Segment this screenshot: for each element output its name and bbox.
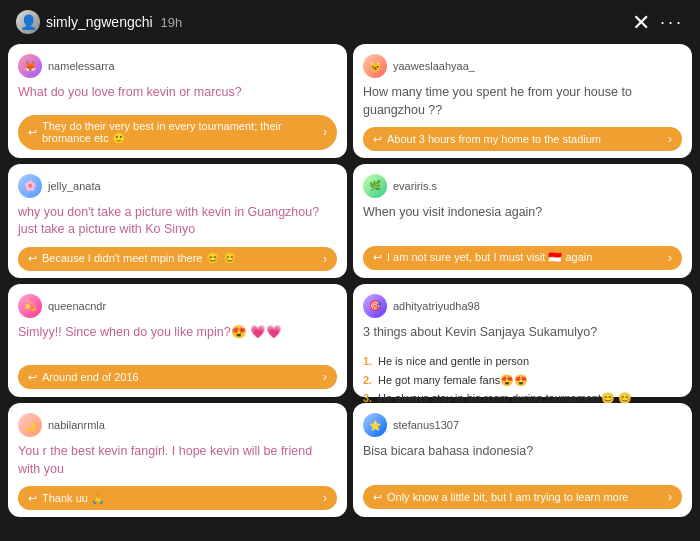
card-question-card4: When you visit indonesia again?	[363, 204, 682, 222]
card-avatar-card7: 🌙	[18, 413, 42, 437]
chevron-right-icon-card3: ›	[323, 252, 327, 266]
card-answer-card5[interactable]: ↩Around end of 2016›	[18, 365, 337, 389]
card-answer-card7[interactable]: ↩Thank uu 🙏›	[18, 486, 337, 510]
card-question-card6: 3 things about Kevin Sanjaya Sukamulyo?	[363, 324, 682, 342]
answer-text-card8: Only know a little bit, but I am trying …	[387, 491, 629, 503]
story-header: 👤 simly_ngwengchi 19h ✕ ···	[0, 0, 700, 44]
card-question-card7: You r the best kevin fangirl. I hope kev…	[18, 443, 337, 478]
list-item-card6-1: 2.He got many female fans😍😍	[363, 372, 682, 389]
card-header-card4: 🌿evariris.s	[363, 174, 682, 198]
qa-card-card4: 🌿evariris.sWhen you visit indonesia agai…	[353, 164, 692, 278]
qa-card-card7: 🌙nabilanrmlaYou r the best kevin fangirl…	[8, 403, 347, 517]
chevron-right-icon-card4: ›	[668, 251, 672, 265]
qa-grid: 🦊namelessarraWhat do you love from kevin…	[0, 44, 700, 525]
card-answer-card4[interactable]: ↩I am not sure yet, but I must visit 🇮🇩 …	[363, 246, 682, 270]
header-username: simly_ngwengchi	[46, 14, 153, 30]
more-options-icon[interactable]: ···	[660, 12, 684, 33]
qa-card-card5: 💫queenacndrSimlyy!! Since when do you li…	[8, 284, 347, 398]
card-username-card4: evariris.s	[393, 180, 437, 192]
answer-text-card7: Thank uu 🙏	[42, 492, 105, 505]
card-username-card1: namelessarra	[48, 60, 115, 72]
card-list-answer-card6: 1.He is nice and gentle in person2.He go…	[363, 353, 682, 409]
card-avatar-card3: 🌸	[18, 174, 42, 198]
reply-icon-card1: ↩	[28, 126, 37, 139]
chevron-right-icon-card1: ›	[323, 125, 327, 139]
card-username-card7: nabilanrmla	[48, 419, 105, 431]
card-avatar-card5: 💫	[18, 294, 42, 318]
card-avatar-card1: 🦊	[18, 54, 42, 78]
card-avatar-card2: 🐱	[363, 54, 387, 78]
reply-icon-card5: ↩	[28, 371, 37, 384]
reply-icon-card8: ↩	[373, 491, 382, 504]
card-header-card6: 🎯adhityatriyudha98	[363, 294, 682, 318]
chevron-right-icon-card5: ›	[323, 370, 327, 384]
card-answer-card2[interactable]: ↩About 3 hours from my home to the stadi…	[363, 127, 682, 151]
story-container: 👤 simly_ngwengchi 19h ✕ ··· 🦊namelessarr…	[0, 0, 700, 541]
card-header-card8: ⭐stefanus1307	[363, 413, 682, 437]
header-time: 19h	[161, 15, 183, 30]
card-avatar-card8: ⭐	[363, 413, 387, 437]
card-username-card5: queenacndr	[48, 300, 106, 312]
reply-icon-card3: ↩	[28, 252, 37, 265]
card-header-card5: 💫queenacndr	[18, 294, 337, 318]
card-answer-card1[interactable]: ↩They do their very best in every tourna…	[18, 115, 337, 150]
answer-text-card4: I am not sure yet, but I must visit 🇮🇩 a…	[387, 251, 592, 264]
qa-card-card2: 🐱yaaweslaahyaa_How many time you spent h…	[353, 44, 692, 158]
answer-text-card1: They do their very best in every tournam…	[42, 120, 323, 145]
card-question-card1: What do you love from kevin or marcus?	[18, 84, 337, 102]
card-username-card6: adhityatriyudha98	[393, 300, 480, 312]
card-username-card8: stefanus1307	[393, 419, 459, 431]
header-avatar: 👤	[16, 10, 40, 34]
list-item-card6-0: 1.He is nice and gentle in person	[363, 353, 682, 370]
qa-card-card3: 🌸jelly_anatawhy you don't take a picture…	[8, 164, 347, 278]
card-header-card7: 🌙nabilanrmla	[18, 413, 337, 437]
card-question-card5: Simlyy!! Since when do you like mpin?😍 💗…	[18, 324, 337, 342]
reply-icon-card4: ↩	[373, 251, 382, 264]
card-question-card8: Bisa bicara bahasa indonesia?	[363, 443, 682, 461]
card-answer-card3[interactable]: ↩Because I didn't meet mpin there 😊 😊›	[18, 247, 337, 271]
qa-card-card1: 🦊namelessarraWhat do you love from kevin…	[8, 44, 347, 158]
card-avatar-card4: 🌿	[363, 174, 387, 198]
card-header-card3: 🌸jelly_anata	[18, 174, 337, 198]
card-question-card3: why you don't take a picture with kevin …	[18, 204, 337, 239]
card-header-card1: 🦊namelessarra	[18, 54, 337, 78]
answer-text-card5: Around end of 2016	[42, 371, 139, 383]
close-icon[interactable]: ✕	[632, 10, 650, 36]
card-question-card2: How many time you spent he from your hou…	[363, 84, 682, 119]
card-username-card2: yaaweslaahyaa_	[393, 60, 475, 72]
qa-card-card8: ⭐stefanus1307Bisa bicara bahasa indonesi…	[353, 403, 692, 517]
card-header-card2: 🐱yaaweslaahyaa_	[363, 54, 682, 78]
answer-text-card2: About 3 hours from my home to the stadiu…	[387, 133, 601, 145]
reply-icon-card2: ↩	[373, 133, 382, 146]
card-username-card3: jelly_anata	[48, 180, 101, 192]
chevron-right-icon-card8: ›	[668, 490, 672, 504]
qa-card-card6: 🎯adhityatriyudha983 things about Kevin S…	[353, 284, 692, 398]
reply-icon-card7: ↩	[28, 492, 37, 505]
answer-text-card3: Because I didn't meet mpin there 😊 😊	[42, 252, 237, 265]
card-answer-card8[interactable]: ↩Only know a little bit, but I am trying…	[363, 485, 682, 509]
chevron-right-icon-card7: ›	[323, 491, 327, 505]
chevron-right-icon-card2: ›	[668, 132, 672, 146]
card-avatar-card6: 🎯	[363, 294, 387, 318]
